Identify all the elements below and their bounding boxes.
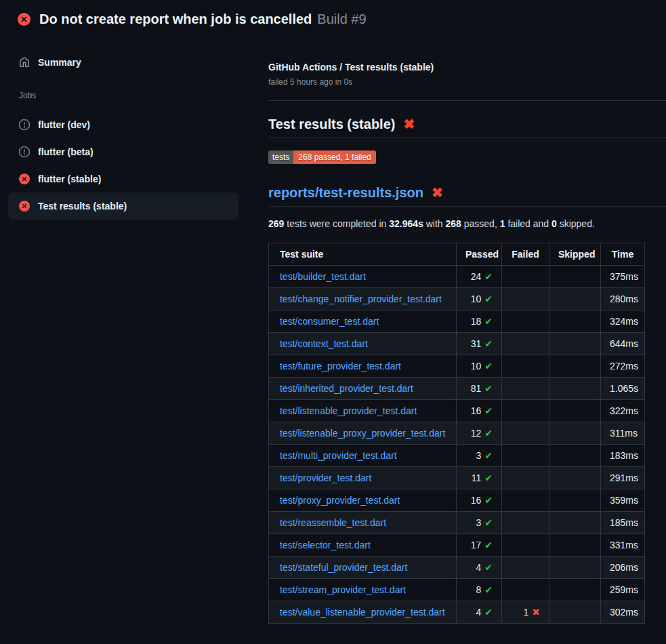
- failed-icon: [19, 174, 30, 184]
- table-row: test/builder_test.dart24✔375ms: [269, 266, 645, 288]
- test-suite-link[interactable]: test/listenable_provider_test.dart: [280, 405, 417, 416]
- time-cell: 324ms: [601, 310, 645, 333]
- test-suite-link[interactable]: test/multi_provider_test.dart: [280, 450, 397, 461]
- test-suite-cell: test/listenable_proxy_provider_test.dart: [269, 422, 457, 445]
- passed-cell: 16✔: [457, 489, 502, 512]
- test-suite-link[interactable]: test/inherited_provider_test.dart: [280, 383, 413, 394]
- table-row: test/inherited_provider_test.dart81✔1.06…: [269, 378, 645, 400]
- table-header-row: Test suitePassedFailedSkippedTime: [269, 243, 645, 266]
- time-cell: 375ms: [601, 266, 645, 288]
- run-status-line: failed 5 hours ago in 0s: [268, 77, 666, 87]
- failed-cell: [502, 422, 549, 445]
- divider: [268, 100, 666, 101]
- failed-x-icon: ✖: [403, 117, 415, 132]
- sidebar-item-label: flutter (beta): [38, 146, 93, 157]
- failed-cell: [502, 355, 549, 378]
- test-suite-cell: test/consumer_test.dart: [269, 310, 457, 333]
- failed-cell: [502, 266, 549, 288]
- failed-x-icon: ✖: [432, 185, 443, 200]
- sidebar-item-label: Test results (stable): [38, 201, 127, 212]
- skipped-cell: [549, 310, 601, 333]
- test-suite-link[interactable]: test/builder_test.dart: [280, 271, 366, 282]
- skipped-cell: [549, 467, 601, 489]
- check-icon: ✔: [484, 584, 493, 595]
- time-cell: 280ms: [601, 288, 645, 310]
- check-title: Test results (stable)✖: [268, 116, 666, 138]
- time-cell: 185ms: [601, 512, 645, 534]
- sidebar-item-label: flutter (dev): [38, 119, 90, 130]
- check-icon: ✔: [484, 472, 493, 483]
- skipped-cell: [549, 445, 601, 467]
- time-cell: 302ms: [601, 601, 645, 624]
- report-file-link[interactable]: reports/test-results.json: [268, 185, 423, 200]
- test-suite-cell: test/stateful_provider_test.dart: [269, 557, 457, 579]
- check-run-content: GitHub Actions / Test results (stable) f…: [268, 34, 666, 624]
- test-suite-link[interactable]: test/change_notifier_provider_test.dart: [280, 294, 442, 304]
- check-icon: ✔: [484, 271, 493, 282]
- test-suite-link[interactable]: test/selector_test.dart: [280, 540, 371, 550]
- passed-cell: 4✔: [457, 601, 502, 624]
- test-suite-link[interactable]: test/listenable_proxy_provider_test.dart: [280, 428, 445, 439]
- jobs-list: flutter (dev)flutter (beta)flutter (stab…: [8, 111, 268, 220]
- x-icon: ✖: [532, 607, 540, 618]
- passed-cell: 24✔: [457, 266, 502, 288]
- test-suite-cell: test/selector_test.dart: [269, 534, 457, 557]
- test-suite-cell: test/builder_test.dart: [269, 266, 457, 288]
- test-suite-cell: test/change_notifier_provider_test.dart: [269, 288, 457, 310]
- skipped-cell: [549, 422, 601, 445]
- badge-value: 268 passed, 1 failed: [293, 150, 375, 164]
- time-cell: 1.065s: [601, 378, 645, 400]
- sidebar-item-summary[interactable]: Summary: [8, 49, 238, 76]
- test-suite-cell: test/future_provider_test.dart: [269, 355, 457, 378]
- passed-cell: 10✔: [457, 355, 502, 378]
- test-suite-cell: test/context_test.dart: [269, 333, 457, 355]
- failed-cell: [502, 512, 549, 534]
- passed-cell: 17✔: [457, 534, 502, 557]
- test-suite-link[interactable]: test/future_provider_test.dart: [280, 361, 401, 371]
- page-title: Do not create report when job is cancell…: [39, 11, 312, 28]
- test-suite-cell: test/stream_provider_test.dart: [269, 579, 457, 601]
- test-suite-link[interactable]: test/stream_provider_test.dart: [280, 584, 406, 595]
- failed-cell: [502, 333, 549, 355]
- sidebar-item-label: Summary: [38, 57, 81, 68]
- skipped-cell: [549, 557, 601, 579]
- failed-cell: [502, 579, 549, 601]
- passed-cell: 3✔: [457, 512, 502, 534]
- test-suite-link[interactable]: test/value_listenable_provider_test.dart: [280, 607, 445, 618]
- sidebar: Summary Jobs flutter (dev)flutter (beta)…: [0, 34, 268, 220]
- check-icon: ✔: [484, 294, 493, 304]
- column-header: Passed: [457, 243, 502, 266]
- sidebar-item-job[interactable]: flutter (stable): [8, 165, 238, 193]
- test-suite-link[interactable]: test/stateful_provider_test.dart: [280, 562, 407, 573]
- passed-cell: 8✔: [457, 579, 502, 601]
- time-cell: 206ms: [601, 557, 645, 579]
- passed-cell: 3✔: [457, 445, 502, 467]
- passed-cell: 18✔: [457, 310, 502, 333]
- failed-cell: 1✖: [502, 601, 549, 624]
- test-suite-cell: test/multi_provider_test.dart: [269, 445, 457, 467]
- skipped-cell: [549, 355, 601, 378]
- failed-cell: [502, 467, 549, 489]
- test-suite-link[interactable]: test/proxy_provider_test.dart: [280, 495, 400, 506]
- table-row: test/stateful_provider_test.dart4✔206ms: [269, 557, 645, 579]
- time-cell: 272ms: [601, 355, 645, 378]
- skipped-cell: [549, 489, 601, 512]
- time-cell: 644ms: [601, 333, 645, 355]
- column-header: Skipped: [549, 243, 601, 266]
- passed-cell: 11✔: [457, 467, 502, 489]
- sidebar-item-job[interactable]: flutter (dev): [8, 111, 238, 138]
- badge-label: tests: [268, 150, 293, 164]
- sidebar-item-job[interactable]: flutter (beta): [8, 138, 238, 165]
- failed-cell: [502, 400, 549, 422]
- test-suite-link[interactable]: test/provider_test.dart: [280, 472, 371, 483]
- column-header: Failed: [502, 243, 549, 266]
- time-cell: 183ms: [601, 445, 645, 467]
- sidebar-item-job[interactable]: Test results (stable): [8, 193, 238, 220]
- test-suite-link[interactable]: test/context_test.dart: [280, 338, 368, 349]
- check-icon: ✔: [484, 383, 493, 394]
- table-row: test/proxy_provider_test.dart16✔359ms: [269, 489, 645, 512]
- test-suite-link[interactable]: test/reassemble_test.dart: [280, 517, 386, 528]
- table-row: test/future_provider_test.dart10✔272ms: [269, 355, 645, 378]
- table-row: test/listenable_provider_test.dart16✔322…: [269, 400, 645, 422]
- test-suite-link[interactable]: test/consumer_test.dart: [280, 316, 379, 327]
